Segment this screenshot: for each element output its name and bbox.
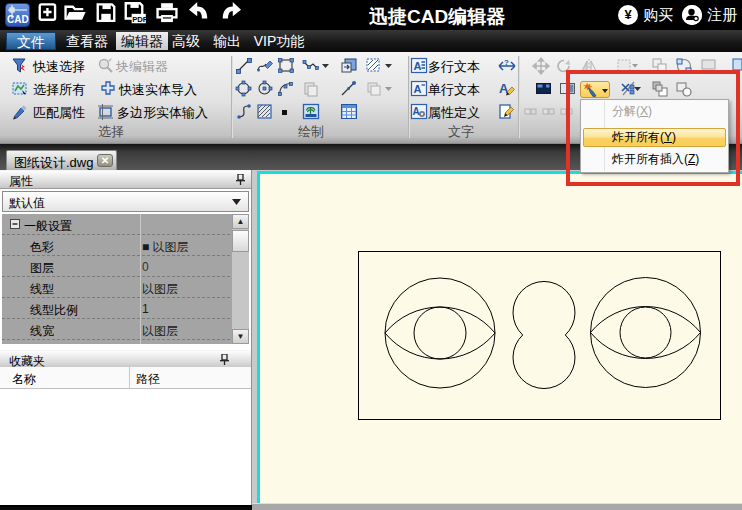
svg-text:?: ?: [504, 58, 509, 67]
svg-text:CAD: CAD: [7, 14, 29, 25]
svg-text:PDF: PDF: [132, 15, 148, 24]
svg-text:A: A: [414, 60, 422, 72]
svg-text:A: A: [413, 106, 420, 117]
svg-text:A: A: [414, 83, 422, 95]
